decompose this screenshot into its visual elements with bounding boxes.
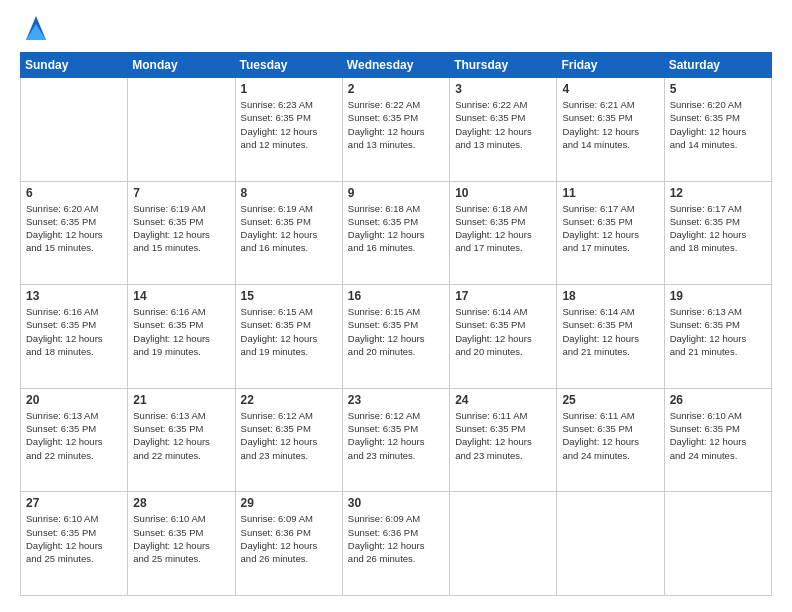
day-info: Sunrise: 6:19 AM Sunset: 6:35 PM Dayligh… <box>241 202 337 255</box>
calendar-cell <box>450 492 557 596</box>
logo <box>20 16 48 42</box>
calendar-week-row: 27Sunrise: 6:10 AM Sunset: 6:35 PM Dayli… <box>21 492 772 596</box>
calendar-cell: 12Sunrise: 6:17 AM Sunset: 6:35 PM Dayli… <box>664 181 771 285</box>
day-number: 22 <box>241 393 337 407</box>
day-number: 27 <box>26 496 122 510</box>
calendar-day-header: Sunday <box>21 53 128 78</box>
logo-icon <box>24 12 48 42</box>
day-info: Sunrise: 6:10 AM Sunset: 6:35 PM Dayligh… <box>133 512 229 565</box>
day-info: Sunrise: 6:12 AM Sunset: 6:35 PM Dayligh… <box>348 409 444 462</box>
calendar-cell: 11Sunrise: 6:17 AM Sunset: 6:35 PM Dayli… <box>557 181 664 285</box>
calendar-cell <box>128 78 235 182</box>
calendar-cell: 16Sunrise: 6:15 AM Sunset: 6:35 PM Dayli… <box>342 285 449 389</box>
day-info: Sunrise: 6:11 AM Sunset: 6:35 PM Dayligh… <box>455 409 551 462</box>
calendar-cell: 23Sunrise: 6:12 AM Sunset: 6:35 PM Dayli… <box>342 388 449 492</box>
day-info: Sunrise: 6:20 AM Sunset: 6:35 PM Dayligh… <box>670 98 766 151</box>
day-number: 17 <box>455 289 551 303</box>
calendar-cell: 2Sunrise: 6:22 AM Sunset: 6:35 PM Daylig… <box>342 78 449 182</box>
calendar-cell <box>664 492 771 596</box>
day-number: 3 <box>455 82 551 96</box>
calendar-cell: 26Sunrise: 6:10 AM Sunset: 6:35 PM Dayli… <box>664 388 771 492</box>
day-info: Sunrise: 6:12 AM Sunset: 6:35 PM Dayligh… <box>241 409 337 462</box>
day-number: 14 <box>133 289 229 303</box>
calendar-day-header: Thursday <box>450 53 557 78</box>
day-number: 15 <box>241 289 337 303</box>
calendar-day-header: Monday <box>128 53 235 78</box>
calendar-cell: 10Sunrise: 6:18 AM Sunset: 6:35 PM Dayli… <box>450 181 557 285</box>
calendar-day-header: Tuesday <box>235 53 342 78</box>
day-number: 10 <box>455 186 551 200</box>
day-number: 30 <box>348 496 444 510</box>
day-number: 24 <box>455 393 551 407</box>
day-number: 13 <box>26 289 122 303</box>
day-info: Sunrise: 6:15 AM Sunset: 6:35 PM Dayligh… <box>241 305 337 358</box>
calendar-cell: 13Sunrise: 6:16 AM Sunset: 6:35 PM Dayli… <box>21 285 128 389</box>
header <box>20 16 772 42</box>
calendar-day-header: Friday <box>557 53 664 78</box>
day-number: 19 <box>670 289 766 303</box>
calendar-day-header: Saturday <box>664 53 771 78</box>
day-number: 9 <box>348 186 444 200</box>
calendar-week-row: 13Sunrise: 6:16 AM Sunset: 6:35 PM Dayli… <box>21 285 772 389</box>
day-number: 12 <box>670 186 766 200</box>
day-info: Sunrise: 6:11 AM Sunset: 6:35 PM Dayligh… <box>562 409 658 462</box>
day-number: 21 <box>133 393 229 407</box>
day-number: 4 <box>562 82 658 96</box>
calendar-cell <box>21 78 128 182</box>
day-number: 6 <box>26 186 122 200</box>
day-number: 25 <box>562 393 658 407</box>
day-number: 1 <box>241 82 337 96</box>
day-info: Sunrise: 6:09 AM Sunset: 6:36 PM Dayligh… <box>348 512 444 565</box>
calendar-cell: 24Sunrise: 6:11 AM Sunset: 6:35 PM Dayli… <box>450 388 557 492</box>
day-info: Sunrise: 6:21 AM Sunset: 6:35 PM Dayligh… <box>562 98 658 151</box>
calendar-header-row: SundayMondayTuesdayWednesdayThursdayFrid… <box>21 53 772 78</box>
day-info: Sunrise: 6:13 AM Sunset: 6:35 PM Dayligh… <box>670 305 766 358</box>
day-info: Sunrise: 6:18 AM Sunset: 6:35 PM Dayligh… <box>455 202 551 255</box>
calendar-cell: 7Sunrise: 6:19 AM Sunset: 6:35 PM Daylig… <box>128 181 235 285</box>
calendar-cell: 18Sunrise: 6:14 AM Sunset: 6:35 PM Dayli… <box>557 285 664 389</box>
day-info: Sunrise: 6:14 AM Sunset: 6:35 PM Dayligh… <box>562 305 658 358</box>
calendar-cell: 5Sunrise: 6:20 AM Sunset: 6:35 PM Daylig… <box>664 78 771 182</box>
day-number: 23 <box>348 393 444 407</box>
day-info: Sunrise: 6:10 AM Sunset: 6:35 PM Dayligh… <box>26 512 122 565</box>
day-number: 26 <box>670 393 766 407</box>
day-info: Sunrise: 6:13 AM Sunset: 6:35 PM Dayligh… <box>26 409 122 462</box>
calendar-cell: 28Sunrise: 6:10 AM Sunset: 6:35 PM Dayli… <box>128 492 235 596</box>
calendar-cell: 1Sunrise: 6:23 AM Sunset: 6:35 PM Daylig… <box>235 78 342 182</box>
calendar-cell: 21Sunrise: 6:13 AM Sunset: 6:35 PM Dayli… <box>128 388 235 492</box>
day-info: Sunrise: 6:17 AM Sunset: 6:35 PM Dayligh… <box>670 202 766 255</box>
calendar-cell: 20Sunrise: 6:13 AM Sunset: 6:35 PM Dayli… <box>21 388 128 492</box>
day-number: 20 <box>26 393 122 407</box>
day-info: Sunrise: 6:10 AM Sunset: 6:35 PM Dayligh… <box>670 409 766 462</box>
calendar-cell <box>557 492 664 596</box>
calendar-week-row: 20Sunrise: 6:13 AM Sunset: 6:35 PM Dayli… <box>21 388 772 492</box>
day-info: Sunrise: 6:17 AM Sunset: 6:35 PM Dayligh… <box>562 202 658 255</box>
calendar-week-row: 1Sunrise: 6:23 AM Sunset: 6:35 PM Daylig… <box>21 78 772 182</box>
day-info: Sunrise: 6:15 AM Sunset: 6:35 PM Dayligh… <box>348 305 444 358</box>
calendar-cell: 17Sunrise: 6:14 AM Sunset: 6:35 PM Dayli… <box>450 285 557 389</box>
calendar-cell: 27Sunrise: 6:10 AM Sunset: 6:35 PM Dayli… <box>21 492 128 596</box>
day-number: 7 <box>133 186 229 200</box>
page: SundayMondayTuesdayWednesdayThursdayFrid… <box>0 0 792 612</box>
calendar-day-header: Wednesday <box>342 53 449 78</box>
day-number: 8 <box>241 186 337 200</box>
calendar-cell: 19Sunrise: 6:13 AM Sunset: 6:35 PM Dayli… <box>664 285 771 389</box>
day-info: Sunrise: 6:14 AM Sunset: 6:35 PM Dayligh… <box>455 305 551 358</box>
calendar-cell: 4Sunrise: 6:21 AM Sunset: 6:35 PM Daylig… <box>557 78 664 182</box>
day-info: Sunrise: 6:23 AM Sunset: 6:35 PM Dayligh… <box>241 98 337 151</box>
day-info: Sunrise: 6:22 AM Sunset: 6:35 PM Dayligh… <box>348 98 444 151</box>
calendar-cell: 30Sunrise: 6:09 AM Sunset: 6:36 PM Dayli… <box>342 492 449 596</box>
calendar-cell: 6Sunrise: 6:20 AM Sunset: 6:35 PM Daylig… <box>21 181 128 285</box>
day-number: 28 <box>133 496 229 510</box>
day-number: 29 <box>241 496 337 510</box>
calendar-cell: 25Sunrise: 6:11 AM Sunset: 6:35 PM Dayli… <box>557 388 664 492</box>
calendar-cell: 22Sunrise: 6:12 AM Sunset: 6:35 PM Dayli… <box>235 388 342 492</box>
day-info: Sunrise: 6:09 AM Sunset: 6:36 PM Dayligh… <box>241 512 337 565</box>
svg-marker-1 <box>26 24 46 40</box>
calendar-cell: 14Sunrise: 6:16 AM Sunset: 6:35 PM Dayli… <box>128 285 235 389</box>
calendar-table: SundayMondayTuesdayWednesdayThursdayFrid… <box>20 52 772 596</box>
day-info: Sunrise: 6:19 AM Sunset: 6:35 PM Dayligh… <box>133 202 229 255</box>
day-number: 5 <box>670 82 766 96</box>
calendar-cell: 9Sunrise: 6:18 AM Sunset: 6:35 PM Daylig… <box>342 181 449 285</box>
calendar-cell: 8Sunrise: 6:19 AM Sunset: 6:35 PM Daylig… <box>235 181 342 285</box>
